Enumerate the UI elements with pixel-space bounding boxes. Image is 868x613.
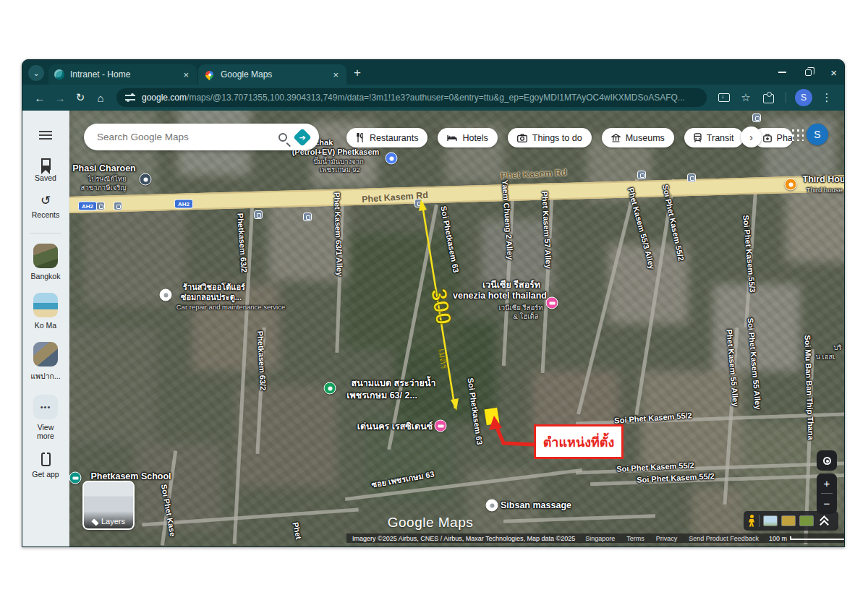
close-button[interactable]: × xyxy=(830,67,837,79)
route-shield-ah2: AH2 xyxy=(78,202,97,211)
third-house-cafe-icon[interactable] xyxy=(785,179,797,191)
sidebar-item-saved[interactable]: Saved xyxy=(35,158,56,182)
reload-button[interactable]: ↻ xyxy=(70,91,90,104)
post-office-icon xyxy=(140,173,152,186)
search-input[interactable] xyxy=(97,132,277,142)
cast-icon[interactable] xyxy=(718,93,730,102)
sidebar-item-bangkok[interactable]: Bangkok xyxy=(31,244,61,280)
zoom-out-button[interactable]: − xyxy=(824,494,830,513)
school-icon[interactable] xyxy=(69,472,82,484)
layers-button[interactable]: Layers xyxy=(82,481,135,530)
tab-intranet[interactable]: Intranet - Home × xyxy=(48,64,197,85)
tab-title: Intranet - Home xyxy=(70,69,175,80)
chip-restaurants[interactable]: Restaurants xyxy=(346,128,427,147)
restore-button[interactable] xyxy=(805,69,812,76)
zoom-in-button[interactable]: + xyxy=(824,473,830,493)
tab-google-maps[interactable]: Google Maps × xyxy=(198,64,346,85)
sidebar-label: Recents xyxy=(32,210,60,219)
zoom-controls: + − xyxy=(817,473,837,514)
collapse-chevrons-icon[interactable] xyxy=(820,516,828,526)
annotation-text: ตำแหน่งที่ตั้ง xyxy=(543,432,615,453)
venezia-hotel-icon[interactable] xyxy=(546,297,558,309)
poi-label: Phetkasem School xyxy=(90,471,171,481)
sidebar-label: Saved xyxy=(35,173,56,182)
ko-ma-thumbnail xyxy=(33,293,58,317)
profile-avatar[interactable]: S xyxy=(795,89,812,106)
chip-things-to-do[interactable]: Things to do xyxy=(508,128,592,147)
museum-icon xyxy=(611,134,621,142)
map-style-bar xyxy=(744,511,838,531)
forward-button[interactable]: → xyxy=(50,92,70,104)
route-shield-ah2: AH2 xyxy=(174,200,193,209)
back-button[interactable]: ← xyxy=(30,92,50,104)
massage-pin-icon[interactable] xyxy=(486,500,498,512)
poi-label: เด่นนคร เรสซิเดนซ์ xyxy=(357,419,433,434)
pharmacy-icon xyxy=(763,134,772,142)
directions-icon[interactable]: ➔ xyxy=(293,128,311,146)
sidebar-label: แพปาก... xyxy=(30,370,60,382)
url-host: google.com xyxy=(142,93,187,103)
attribution-bar: Imagery ©2025 Airbus, CNES / Airbus, Max… xyxy=(346,533,844,543)
browser-toolbar: ← → ↻ ⌂ google.com /maps/@13.7071355,100… xyxy=(22,85,844,111)
link-singapore[interactable]: Singapore xyxy=(585,535,615,542)
toolbar-divider xyxy=(786,92,786,103)
map-style-thumbnail[interactable] xyxy=(781,515,796,526)
menu-kebab-icon[interactable]: ⋮ xyxy=(817,91,837,104)
annotation-box: ตำแหน่งที่ตั้ง xyxy=(534,424,624,459)
chip-label: Restaurants xyxy=(370,133,418,143)
scale-control: 100 m xyxy=(769,535,844,542)
poi-label: Sibsan massage xyxy=(501,500,571,510)
paepak-thumbnail xyxy=(33,342,58,366)
chip-hotels[interactable]: Hotels xyxy=(438,128,497,147)
google-apps-grid-icon[interactable] xyxy=(791,128,804,141)
link-feedback[interactable]: Send Product Feedback xyxy=(689,535,759,542)
map-canvas[interactable]: AH2 AH2 Phet Kasem Rd Phet Kasem Rd Phet… xyxy=(69,111,844,546)
sidebar-item-view-more[interactable]: ••• View more xyxy=(31,395,60,440)
bookmark-star-icon[interactable]: ☆ xyxy=(736,91,756,104)
search-icon[interactable] xyxy=(278,133,287,142)
tab-bar: ⌄ Intranet - Home × Google Maps × + × xyxy=(22,60,844,85)
locate-icon xyxy=(823,457,831,465)
sidebar-item-ko-ma[interactable]: Ko Ma xyxy=(33,293,58,330)
map-style-thumbnail[interactable] xyxy=(799,515,814,526)
url-bar[interactable]: google.com /maps/@13.7071355,100.3904313… xyxy=(116,88,707,107)
chip-transit[interactable]: Transit xyxy=(684,128,744,147)
menu-icon[interactable] xyxy=(39,131,52,140)
chip-museums[interactable]: Museums xyxy=(602,128,674,147)
pegman-icon[interactable] xyxy=(748,515,755,527)
bookmark-icon xyxy=(41,158,51,170)
sidebar-item-get-app[interactable]: Get app xyxy=(32,453,59,479)
chip-label: Things to do xyxy=(532,133,582,143)
home-button[interactable]: ⌂ xyxy=(90,92,111,104)
sidebar-item-recents[interactable]: ↺ Recents xyxy=(32,194,60,219)
badminton-pool-icon[interactable] xyxy=(324,382,336,395)
link-terms[interactable]: Terms xyxy=(626,535,644,542)
link-privacy[interactable]: Privacy xyxy=(656,535,678,542)
residence-hotel-icon[interactable] xyxy=(435,420,447,432)
window-controls: × xyxy=(778,60,837,85)
highlighted-location-marker xyxy=(484,408,499,426)
car-repair-pin-icon[interactable] xyxy=(160,289,172,301)
map-style-thumbnail[interactable] xyxy=(763,515,778,526)
my-location-button[interactable] xyxy=(817,450,837,471)
minimize-button[interactable] xyxy=(778,72,786,73)
sidebar-item-paepak[interactable]: แพปาก... xyxy=(30,342,60,382)
site-settings-icon[interactable] xyxy=(125,94,135,101)
minibar-divider xyxy=(759,515,760,527)
chips-scroll-right-button[interactable]: › xyxy=(741,127,762,147)
account-avatar[interactable]: S xyxy=(807,124,828,145)
tab-close-icon[interactable]: × xyxy=(181,69,191,80)
petrol-station-icon[interactable] xyxy=(386,153,398,165)
extensions-icon[interactable] xyxy=(763,93,774,103)
poi-label: Car repair and maintenance service xyxy=(176,303,286,311)
tab-title: Google Maps xyxy=(221,69,325,80)
tab-search-chevron-icon[interactable]: ⌄ xyxy=(28,65,44,81)
more-dots-icon: ••• xyxy=(33,395,58,419)
transit-station-icon xyxy=(752,113,761,122)
poi-label: สาขาภาษีเจริญ xyxy=(81,182,127,193)
chip-label: Museums xyxy=(626,133,665,143)
tab-close-icon[interactable]: × xyxy=(331,69,341,80)
sidebar-label: Get app xyxy=(32,470,59,479)
new-tab-button[interactable]: + xyxy=(354,66,361,80)
poi-label: Third house ca xyxy=(807,186,844,194)
